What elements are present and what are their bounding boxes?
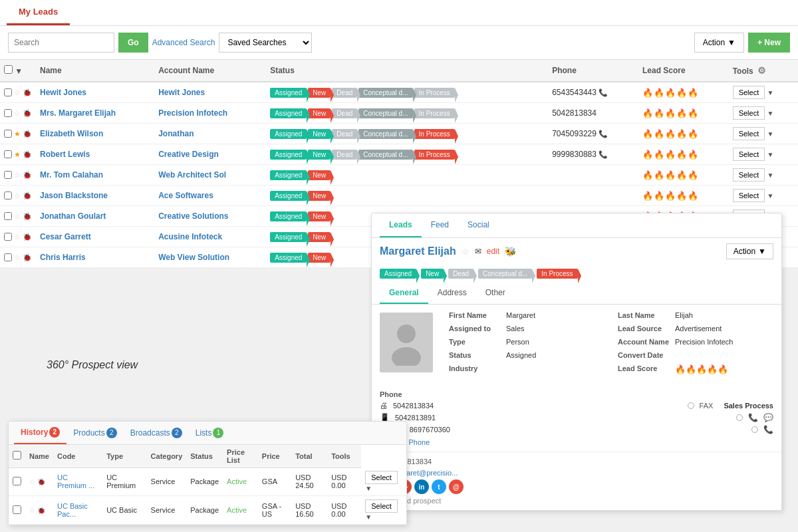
row-checkbox[interactable] (4, 212, 12, 220)
tools-gear-icon[interactable]: ⚙ (757, 65, 766, 76)
row-bug-icon: 🐞 (23, 171, 32, 180)
row-status: AssignedNewDeadConceptual d...In Process (266, 103, 548, 124)
row-leadscore: 🔥🔥🔥🔥🔥 (638, 82, 729, 103)
star-icon[interactable]: ☆ (14, 192, 21, 200)
phone-radio-3[interactable] (751, 426, 758, 433)
row-caret[interactable]: ▼ (767, 192, 774, 200)
row-select-button[interactable]: Select (733, 168, 765, 182)
row-caret[interactable]: ▼ (767, 130, 774, 138)
select-all-checkbox[interactable] (4, 65, 13, 74)
star-icon[interactable]: ★ (14, 130, 21, 138)
table-row: ★ 🐞 Elizabeth Wilson Jonathan AssignedNe… (0, 124, 798, 144)
phone-radio-2[interactable] (736, 414, 743, 421)
status-pill: New (308, 253, 331, 263)
btab-broadcasts[interactable]: Broadcasts 2 (124, 422, 189, 444)
b-code: UC Basic (102, 496, 146, 525)
subtab-general[interactable]: General (380, 283, 428, 304)
row-account: Acusine Infoteck (154, 227, 266, 247)
detail-tab-feed[interactable]: Feed (422, 213, 458, 237)
phone-printer-icon: 🖨 (380, 401, 388, 410)
btab-products[interactable]: Products 2 (66, 422, 123, 444)
add-phone-link[interactable]: + Add Phone (380, 437, 773, 448)
detail-star-icon[interactable]: ☆ (462, 247, 469, 257)
row-checkbox[interactable] (4, 88, 12, 96)
row-checkbox[interactable] (4, 233, 12, 241)
row-select-button[interactable]: Select (733, 189, 765, 202)
bottom-row-checkbox[interactable] (13, 505, 21, 514)
star-icon[interactable]: ☆ (14, 88, 21, 97)
row-name: Elizabeth Wilson (36, 124, 154, 144)
detail-contact-name: Margaret Elijah (380, 245, 456, 257)
saved-searches-select[interactable]: Saved Searches (219, 33, 312, 53)
go-button[interactable]: Go (118, 33, 148, 53)
bottom-row-checkbox[interactable] (13, 477, 21, 485)
subtab-address[interactable]: Address (428, 283, 476, 304)
detail-tab-social[interactable]: Social (458, 213, 499, 237)
b-select-button[interactable]: Select (365, 471, 398, 484)
advanced-search-link[interactable]: Advanced Search (152, 38, 215, 47)
status-inprocess: In Process (537, 269, 577, 279)
phone-icon-3: 📞 (763, 425, 773, 434)
b-star[interactable]: ☆ (29, 507, 35, 514)
btab-lists[interactable]: Lists 1 (189, 422, 231, 444)
star-icon[interactable]: ☆ (14, 109, 21, 118)
row-caret[interactable]: ▼ (767, 151, 774, 158)
new-button[interactable]: + New (748, 33, 790, 53)
status-pill: Assigned (270, 88, 307, 98)
row-select-button[interactable]: Select (733, 148, 765, 161)
row-select-button[interactable]: Select (733, 127, 765, 140)
status-pill: Assigned (270, 211, 307, 221)
phone-icon: 📞 (598, 150, 608, 158)
star-icon[interactable]: ★ (14, 150, 21, 159)
subtab-other[interactable]: Other (476, 283, 515, 304)
b-caret[interactable]: ▼ (365, 485, 372, 492)
email-icon[interactable]: @ (449, 479, 464, 494)
row-bug-icon: 🐞 (23, 253, 32, 262)
my-leads-tab[interactable]: My Leads (7, 0, 70, 25)
status-pill: Conceptual d... (358, 88, 412, 98)
row-checkbox[interactable] (4, 150, 12, 158)
row-checkbox[interactable] (4, 130, 12, 138)
detail-tab-leads[interactable]: Leads (380, 213, 422, 237)
status-pill: Dead (332, 108, 357, 118)
b-status: Active (223, 467, 258, 496)
b-star[interactable]: ☆ (29, 478, 35, 485)
star-icon[interactable]: ☆ (14, 233, 21, 241)
detail-action-button[interactable]: Action ▼ (726, 243, 773, 259)
row-caret[interactable]: ▼ (767, 110, 774, 117)
row-select-button[interactable]: Select (733, 86, 765, 99)
row-account: Ace Softwares (154, 186, 266, 206)
detail-edit-link[interactable]: edit (487, 247, 499, 256)
row-checkbox[interactable] (4, 171, 12, 179)
b-select-button[interactable]: Select (365, 499, 398, 513)
btab-history[interactable]: History 2 (14, 422, 66, 444)
row-select-button[interactable]: Select (733, 106, 765, 120)
bottom-select-all[interactable] (13, 451, 21, 460)
search-input[interactable] (8, 33, 114, 53)
row-phone (548, 165, 638, 186)
b-caret[interactable]: ▼ (365, 513, 372, 521)
bottom-tabs: History 2 Products 2 Broadcasts 2 Lists … (9, 422, 406, 445)
row-bug-icon: 🐞 (23, 212, 32, 221)
row-leadscore: 🔥🔥🔥🔥🔥 (638, 103, 729, 124)
phone-radio-fax[interactable] (688, 402, 694, 409)
row-checkbox[interactable] (4, 109, 12, 117)
row-caret[interactable]: ▼ (767, 89, 774, 96)
status-new: New (421, 269, 444, 279)
star-icon[interactable]: ☆ (14, 253, 21, 262)
row-checkbox-cell: ★ 🐞 (0, 124, 36, 144)
row-caret[interactable]: ▼ (767, 172, 774, 179)
linkedin-icon[interactable]: in (414, 479, 429, 494)
star-icon[interactable]: ☆ (14, 171, 21, 180)
row-name: Mrs. Margaret Elijah (36, 103, 154, 124)
star-icon[interactable]: ☆ (14, 212, 21, 221)
row-phone: 5042813834 (548, 103, 638, 124)
detail-mail-icon[interactable]: ✉ (475, 247, 481, 256)
action-button[interactable]: Action ▼ (694, 33, 744, 53)
row-checkbox[interactable] (4, 192, 12, 200)
status-pill: Assigned (270, 232, 307, 242)
row-checkbox[interactable] (4, 253, 12, 261)
twitter-icon[interactable]: t (432, 479, 446, 494)
row-tools: Select ▼ (729, 186, 798, 206)
row-tools: Select ▼ (729, 124, 798, 144)
